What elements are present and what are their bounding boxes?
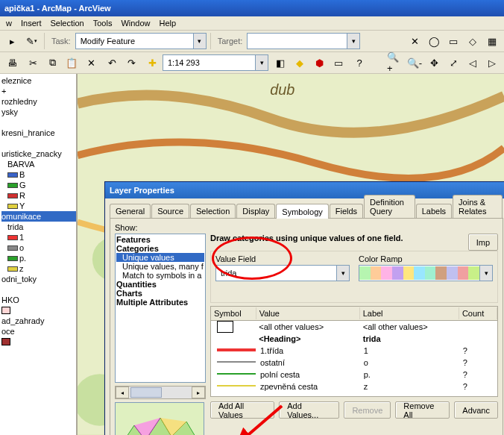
show-list-item[interactable]: Quantities [116,280,204,289]
show-list-item[interactable]: Unique values, many f [116,262,204,271]
target-combo[interactable]: ▾ [247,33,360,49]
copy-icon[interactable]: ⧉ [43,54,61,72]
paste-icon[interactable]: 📋 [63,54,81,72]
dropdown-arrow-icon[interactable]: ▾ [193,34,206,48]
command-line-icon[interactable]: ▭ [330,54,347,72]
zoom-in-icon[interactable]: 🔍+ [386,54,404,72]
toc-item[interactable]: + [1,86,76,96]
toc-item[interactable] [1,305,76,316]
menu-item[interactable]: Tools [89,17,117,29]
pan-icon[interactable]: ✥ [425,54,443,72]
color-ramp-combo[interactable]: ▾ [359,265,493,281]
scroll-thumb[interactable] [130,387,162,398]
show-list-item[interactable]: Match to symbols in a [116,271,204,280]
advanced-button[interactable]: Advanc [454,401,498,419]
dropdown-arrow-icon[interactable]: ▾ [255,55,268,70]
tab-source[interactable]: Source [151,204,189,218]
symbology-grid[interactable]: Symbol Value Label Count <all other valu… [210,306,498,397]
show-list-item[interactable]: Categories [116,244,204,253]
toc-item[interactable]: BARVA [1,159,76,169]
toc-item[interactable]: B [1,169,76,180]
grid-row[interactable]: <all other values><all other values> [211,321,497,333]
toc-item[interactable] [1,284,76,295]
show-list-scrollbar[interactable]: ◂ ▸ [115,386,206,399]
toc-item[interactable]: ad_zahrady [1,316,76,326]
add-data-icon[interactable]: ✚ [143,54,161,72]
table-of-contents[interactable]: eleznice+rozhlednyyskykresni_hraniceuris… [0,74,78,435]
toc-item[interactable] [1,138,76,148]
arccatalog-icon[interactable]: ◆ [291,54,309,72]
tab-joins-relates[interactable]: Joins & Relates [453,195,503,218]
toc-item[interactable]: omunikace [1,211,76,222]
toc-item[interactable]: rozhledny [1,96,76,107]
sketch-square-icon[interactable]: ▭ [444,32,462,50]
scale-combo[interactable]: 1:14 293 ▾ [163,54,268,71]
sketch-misc-icon[interactable]: ◇ [464,32,482,50]
task-combo[interactable]: Modify Feature ▾ [75,33,207,49]
grid-row[interactable]: polní cestap.? [211,369,497,381]
toc-item[interactable]: p. [1,253,76,263]
grid-row[interactable]: ostatnío? [211,357,497,369]
zoom-out-icon[interactable]: 🔍- [406,54,423,72]
editor-toolbar-icon[interactable]: ◧ [271,54,289,72]
toc-item[interactable]: HKO [1,295,76,305]
toc-item[interactable]: eleznice [1,75,76,86]
grid-row[interactable]: zpevněná cestaz? [211,381,497,392]
tab-fields[interactable]: Fields [330,204,363,218]
show-list[interactable]: FeaturesCategoriesUnique valuesUnique va… [115,234,206,383]
show-list-item[interactable]: Multiple Attributes [116,298,204,307]
tab-general[interactable]: General [110,204,151,218]
grid-row[interactable]: 1.třída1? [211,345,497,357]
toc-item[interactable]: uristicke_znacky [1,148,76,159]
menu-item[interactable]: Window [116,17,154,29]
delete-icon[interactable]: ✕ [82,54,100,72]
toc-item[interactable]: 1 [1,232,76,242]
dropdown-arrow-icon[interactable]: ▾ [347,34,359,48]
pencil-icon[interactable]: ✎▾ [22,32,40,50]
remove-all-button[interactable]: Remove All [395,401,450,419]
remove-button[interactable]: Remove [344,401,391,419]
scroll-left-icon[interactable]: ◂ [116,387,129,398]
dialog-titlebar[interactable]: Layer Properties [105,182,504,198]
tab-display[interactable]: Display [236,204,275,218]
tab-selection[interactable]: Selection [190,204,236,218]
tab-labels[interactable]: Labels [416,204,452,218]
cut-icon[interactable]: ✂ [24,54,42,72]
add-all-values-button[interactable]: Add All Values [210,401,274,419]
full-extent-icon[interactable]: ⤢ [444,54,462,72]
menu-item[interactable]: w [1,17,16,29]
menu-item[interactable]: Help [155,17,181,29]
add-values-button[interactable]: Add Values... [279,401,339,419]
toc-item[interactable]: o [1,242,76,253]
toc-item[interactable]: R [1,190,76,201]
toc-item[interactable] [1,117,76,128]
toc-item[interactable]: kresni_hranice [1,128,76,138]
toc-item[interactable]: trida [1,222,76,232]
sketch-misc-icon[interactable]: ▦ [483,32,501,50]
tab-definition-query[interactable]: Definition Query [364,195,415,218]
value-field-combo[interactable]: trida ▾ [215,265,350,281]
print-icon[interactable]: 🖶 [3,54,21,72]
toc-item[interactable]: Y [1,201,76,211]
grid-row[interactable]: <Heading>trida [211,333,497,345]
help-icon[interactable]: ? [350,54,368,72]
menu-item[interactable]: Selection [45,17,88,29]
dropdown-arrow-icon[interactable]: ▾ [479,266,492,281]
show-list-item[interactable]: Charts [116,289,204,298]
toolbox-icon[interactable]: ⬢ [310,54,328,72]
import-button[interactable]: Imp [468,234,498,251]
show-list-item[interactable]: Unique values [116,253,204,262]
col-symbol[interactable]: Symbol [211,307,256,319]
toc-item[interactable]: z [1,263,76,274]
toc-item[interactable] [1,337,76,347]
col-count[interactable]: Count [459,307,497,319]
scroll-right-icon[interactable]: ▸ [192,387,205,398]
sketch-x-icon[interactable]: ✕ [406,32,423,50]
menu-item[interactable]: Insert [16,17,46,29]
toc-item[interactable]: oce [1,326,76,337]
next-extent-icon[interactable]: ▷ [483,54,501,72]
undo-icon[interactable]: ↶ [103,54,121,72]
col-label[interactable]: Label [360,307,459,319]
toc-item[interactable]: odni_toky [1,274,76,284]
dropdown-arrow-icon[interactable]: ▾ [336,266,349,281]
